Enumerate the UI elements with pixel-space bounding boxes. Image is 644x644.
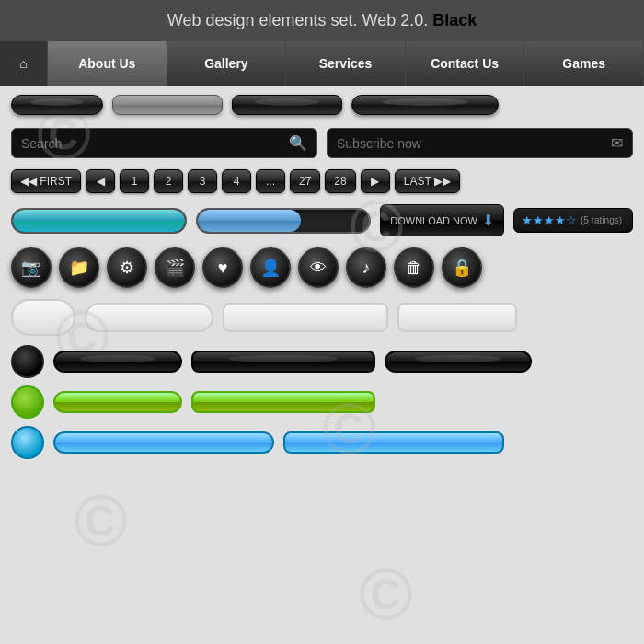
page-1[interactable]: 1 — [120, 169, 149, 193]
settings-icon-btn[interactable]: ⚙ — [107, 247, 147, 288]
pagination-row: ◀◀ FIRST ◀ 1 2 3 4 ... 27 28 ▶ LAST ▶▶ — [0, 164, 644, 199]
green-buttons-row — [0, 382, 644, 422]
download-icon: ⬇ — [482, 212, 494, 229]
lock-icon-btn[interactable]: 🔒 — [442, 247, 482, 288]
rating-box: ★★★★☆ (5 ratings) — [513, 208, 633, 233]
camera-icon-btn[interactable]: 📷 — [11, 247, 52, 288]
nav-label-about: About Us — [78, 56, 135, 71]
progress-bar-blue — [196, 208, 372, 234]
white-pill-md[interactable] — [85, 303, 213, 332]
download-button[interactable]: DOWNLOAD NOW ⬇ — [380, 204, 504, 236]
black-circle-btn[interactable] — [11, 345, 44, 378]
black-rect-btn[interactable] — [191, 351, 375, 373]
header-title: Web design elements set. Web 2.0. — [167, 11, 429, 29]
black-pill-btn-1[interactable] — [53, 351, 182, 373]
green-rect-btn[interactable] — [191, 391, 375, 413]
nav-label-games: Games — [562, 56, 605, 71]
nav-item-games[interactable]: Games — [524, 41, 644, 86]
nav-bar: ⌂ About Us Gallery Services Contact Us G… — [0, 41, 644, 86]
progress-bar-cyan — [11, 208, 187, 234]
nav-label-gallery: Gallery — [204, 56, 247, 71]
nav-item-about[interactable]: About Us — [48, 41, 167, 86]
input-row: 🔍 ✉ — [0, 122, 644, 164]
page-28[interactable]: 28 — [325, 169, 355, 193]
nav-home[interactable]: ⌂ — [0, 41, 48, 86]
folder-icon-btn[interactable]: 📁 — [59, 247, 99, 288]
nav-item-services[interactable]: Services — [286, 41, 406, 86]
subscribe-box: ✉ — [327, 128, 633, 158]
trash-icon-btn[interactable]: 🗑 — [394, 247, 434, 288]
page-27[interactable]: 27 — [290, 169, 320, 193]
heart-icon-btn[interactable]: ♥ — [202, 247, 243, 288]
home-icon: ⌂ — [19, 56, 27, 71]
search-icon[interactable]: 🔍 — [289, 134, 307, 152]
page-prev[interactable]: ◀ — [86, 169, 115, 193]
page-3[interactable]: 3 — [188, 169, 217, 193]
blue-rect-btn[interactable] — [283, 431, 504, 454]
face-icon-btn[interactable]: 👁 — [298, 247, 339, 288]
black-buttons-row — [0, 341, 644, 382]
nav-label-services: Services — [319, 56, 373, 71]
progress-fill-blue — [198, 210, 301, 232]
green-circle-btn[interactable] — [11, 385, 44, 419]
music-icon-btn[interactable]: ♪ — [346, 247, 386, 288]
white-rect-lg[interactable] — [223, 303, 388, 332]
blue-circle-btn[interactable] — [11, 426, 44, 459]
rating-stars: ★★★★☆ — [522, 213, 577, 227]
progress-row: DOWNLOAD NOW ⬇ ★★★★☆ (5 ratings) — [0, 199, 644, 242]
green-pill-btn[interactable] — [53, 391, 182, 413]
dark-pill-btn-2[interactable] — [351, 95, 499, 115]
search-box: 🔍 — [11, 128, 317, 158]
icons-row: 📷 📁 ⚙ 🎬 ♥ 👤 👁 ♪ 🗑 🔒 — [0, 242, 644, 293]
blue-buttons-row — [0, 422, 644, 463]
white-buttons-row — [0, 293, 644, 341]
white-pill-sm[interactable] — [11, 299, 75, 336]
download-label: DOWNLOAD NOW — [390, 215, 477, 226]
page-ellipsis[interactable]: ... — [256, 169, 285, 193]
rating-count: (5 ratings) — [581, 215, 622, 225]
nav-item-gallery[interactable]: Gallery — [167, 41, 287, 86]
search-input[interactable] — [21, 136, 283, 151]
page-2[interactable]: 2 — [154, 169, 183, 193]
progress-fill-cyan — [13, 210, 185, 232]
page-next[interactable]: ▶ — [361, 169, 390, 193]
watermark-6: © — [359, 552, 413, 637]
nav-label-contact: Contact Us — [431, 56, 499, 71]
people-icon-btn[interactable]: 👤 — [250, 247, 291, 288]
video-icon-btn[interactable]: 🎬 — [155, 247, 195, 288]
dark-rect-btn-1[interactable] — [232, 95, 342, 115]
nav-item-contact[interactable]: Contact Us — [406, 41, 525, 86]
header-title-black: Black — [432, 11, 477, 29]
gray-rect-btn[interactable] — [112, 95, 223, 115]
white-rect-md[interactable] — [397, 303, 517, 332]
dark-pill-btn-1[interactable] — [11, 95, 103, 115]
dark-buttons-row — [0, 86, 644, 122]
page-header: Web design elements set. Web 2.0. Black — [0, 0, 644, 41]
page-last[interactable]: LAST ▶▶ — [395, 169, 460, 193]
page-4[interactable]: 4 — [222, 169, 251, 193]
watermark-5: © — [74, 478, 128, 563]
black-pill-btn-2[interactable] — [385, 351, 532, 373]
subscribe-input[interactable] — [337, 136, 605, 151]
page-first[interactable]: ◀◀ FIRST — [11, 169, 81, 193]
blue-pill-btn[interactable] — [53, 431, 274, 454]
mail-icon[interactable]: ✉ — [611, 134, 623, 152]
